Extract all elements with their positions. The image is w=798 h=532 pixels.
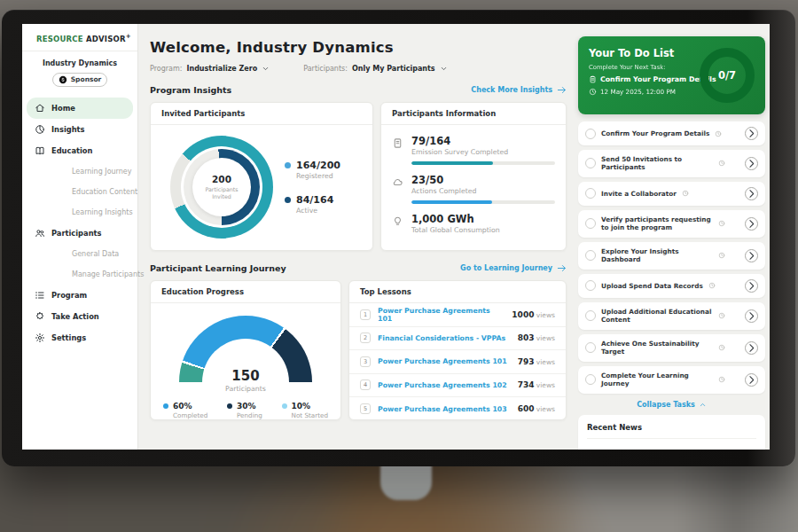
section-title-learning-journey: Participant Learning Journey: [150, 263, 286, 273]
lesson-views: 803 views: [518, 333, 555, 342]
lesson-row-power-purchase-agreements-101[interactable]: 3 Power Purchase Agreements 101 793 view…: [349, 350, 566, 374]
chevron-right-button[interactable]: [745, 127, 758, 140]
todo-item-upload-spend-data-records[interactable]: Upload Spend Data Records: [578, 274, 765, 298]
chevron-right-button[interactable]: [745, 279, 758, 293]
chevron-down-icon: [262, 65, 270, 73]
sidebar-item-take-action[interactable]: Take Action: [27, 306, 133, 327]
chevron-right-button[interactable]: [745, 341, 758, 355]
lesson-title-link[interactable]: Power Purchase Agreements 102: [378, 381, 507, 389]
sponsor-badge: Sponsor: [52, 73, 107, 87]
check-more-insights-label: Check More Insights: [471, 86, 552, 94]
actions-icon: [392, 176, 403, 188]
clipboard-icon: [589, 75, 597, 83]
org-name: Industry Dynamics: [22, 59, 137, 67]
logo-advisor: ADVISOR: [86, 35, 126, 43]
sidebar-item-home[interactable]: Home: [27, 98, 133, 119]
education-progress-gauge: 150 Participants: [179, 316, 312, 382]
lesson-rank: 1: [360, 309, 371, 320]
participants-filter-label: Participants:: [303, 65, 348, 73]
program-filter-value: Industrialize Zero: [186, 65, 257, 73]
settings-icon: [35, 332, 45, 343]
legend-dot: [285, 162, 291, 168]
sidebar-item-general-data[interactable]: General Data: [27, 244, 133, 264]
chevron-right-button[interactable]: [745, 187, 758, 200]
lesson-views: 793 views: [518, 357, 555, 366]
lesson-row-power-purchase-agreements-102[interactable]: 4 Power Purchase Agreements 102 734 view…: [349, 374, 566, 398]
checkbox-circle[interactable]: [585, 310, 596, 321]
checkbox-circle[interactable]: [585, 129, 596, 139]
todo-item-send-50-invitations-to-participants[interactable]: Send 50 Invitations to Participants: [578, 150, 765, 177]
check-more-insights-link[interactable]: Check More Insights: [471, 85, 567, 95]
lesson-rank: 5: [360, 403, 371, 414]
sidebar-item-settings[interactable]: Settings: [27, 327, 133, 348]
checkbox-circle[interactable]: [585, 280, 596, 291]
collapse-tasks-link[interactable]: Collapse Tasks: [578, 401, 765, 409]
chevron-right-button[interactable]: [745, 157, 758, 170]
app-logo: RESOURCE ADVISOR+: [22, 24, 137, 51]
todo-item-upload-additional-educational-content[interactable]: Upload Additional Educational Content: [578, 302, 765, 330]
sidebar-item-participants[interactable]: Participants: [27, 223, 133, 244]
chevron-up-icon: [699, 401, 707, 409]
lesson-title-link[interactable]: Power Purchase Agreements 101: [378, 307, 505, 323]
sidebar-item-learning-journey[interactable]: Learning Journey: [27, 161, 133, 182]
invited-participants-title: Invited Participants: [151, 103, 372, 125]
logo-resource: RESOURCE: [36, 35, 83, 43]
chevron-right-button[interactable]: [745, 309, 758, 323]
lesson-rank: 4: [360, 379, 371, 390]
progress-bar: [411, 200, 555, 204]
participants-filter-value: Only My Participants: [352, 65, 435, 73]
program-icon: [35, 290, 45, 301]
sidebar-item-education-content[interactable]: Education Content: [27, 182, 133, 202]
dashboard-screen: RESOURCE ADVISOR+ Industry Dynamics Spon…: [22, 24, 770, 450]
todo-item-complete-your-learning-journey[interactable]: Complete Your Learning Journey: [578, 366, 765, 394]
donut-legend: 164/200 Registered 84/164 Active: [285, 160, 340, 215]
chevron-right-button[interactable]: [745, 217, 758, 231]
stat-row-actions-completed: 23/50 Actions Completed: [392, 168, 555, 207]
lesson-row-financial-considerations-vppas[interactable]: 2 Financial Considerations - VPPAs 803 v…: [349, 327, 566, 351]
checkbox-circle[interactable]: [585, 342, 596, 353]
program-filter[interactable]: Program: Industrialize Zero: [150, 65, 270, 73]
sidebar-item-education[interactable]: Education: [27, 140, 133, 161]
chevron-right-button[interactable]: [745, 373, 758, 387]
clock-icon: [718, 252, 725, 259]
lesson-title-link[interactable]: Power Purchase Agreements 103: [378, 405, 507, 413]
go-to-learning-journey-link[interactable]: Go to Learning Journey: [460, 263, 567, 273]
lesson-title-link[interactable]: Financial Considerations - VPPAs: [378, 334, 505, 342]
insights-icon: [35, 124, 45, 135]
sidebar-item-learning-insights[interactable]: Learning Insights: [27, 202, 133, 223]
todo-panel: Your To Do List Complete Your Next Task:…: [578, 24, 765, 450]
todo-item-confirm-your-program-details[interactable]: Confirm Your Program Details: [578, 121, 765, 145]
checkbox-circle[interactable]: [585, 374, 596, 385]
todo-item-invite-a-collaborator[interactable]: Invite a Collaborator: [578, 182, 765, 206]
checkbox-circle[interactable]: [585, 188, 596, 199]
todo-list: Confirm Your Program Details Send 50 Inv…: [578, 121, 765, 394]
collapse-tasks-label: Collapse Tasks: [637, 401, 695, 409]
logo-plus: +: [126, 33, 131, 40]
checkbox-circle[interactable]: [585, 158, 596, 168]
checkbox-circle[interactable]: [585, 218, 596, 229]
invited-participants-donut-chart: 200 Participants Invited: [170, 136, 273, 239]
lesson-views: 734 views: [518, 380, 555, 389]
lesson-row-power-purchase-agreements-101[interactable]: 1 Power Purchase Agreements 101 1000 vie…: [349, 303, 566, 327]
top-lessons-list: 1 Power Purchase Agreements 101 1000 vie…: [349, 303, 566, 420]
todo-item-achieve-one-sustainability-target[interactable]: Achieve One Sustainability Target: [578, 334, 765, 362]
chevron-right-button[interactable]: [745, 249, 758, 262]
recent-news-card: Recent News: [578, 415, 765, 450]
todo-item-explore-your-insights-dashboard[interactable]: Explore Your Insights Dashboard: [578, 242, 765, 270]
donut-center-value: 200: [212, 174, 231, 184]
section-title-program-insights: Program Insights: [150, 85, 231, 95]
participants-filter[interactable]: Participants: Only My Participants: [303, 65, 447, 73]
gauge-legend-item-not-started: 10% Not Started: [282, 402, 328, 419]
todo-summary-card: Your To Do List Complete Your Next Task:…: [578, 36, 765, 114]
sidebar-item-program[interactable]: Program: [27, 285, 133, 306]
sidebar-item-manage-participants[interactable]: Manage Participants: [27, 264, 133, 285]
lesson-title-link[interactable]: Power Purchase Agreements 101: [378, 357, 507, 365]
sponsor-icon: [59, 75, 67, 84]
sidebar-nav: Home Insights Education Learning Journey…: [22, 96, 137, 350]
top-lessons-title: Top Lessons: [349, 281, 566, 303]
sidebar-item-insights[interactable]: Insights: [27, 119, 133, 140]
checkbox-circle[interactable]: [585, 250, 596, 261]
lesson-row-power-purchase-agreements-103[interactable]: 5 Power Purchase Agreements 103 600 view…: [349, 397, 566, 420]
page-title: Welcome, Industry Dynamics: [150, 39, 567, 56]
todo-item-verify-participants-requesting-to-join-the-program[interactable]: Verify participants requesting to join t…: [578, 210, 765, 238]
